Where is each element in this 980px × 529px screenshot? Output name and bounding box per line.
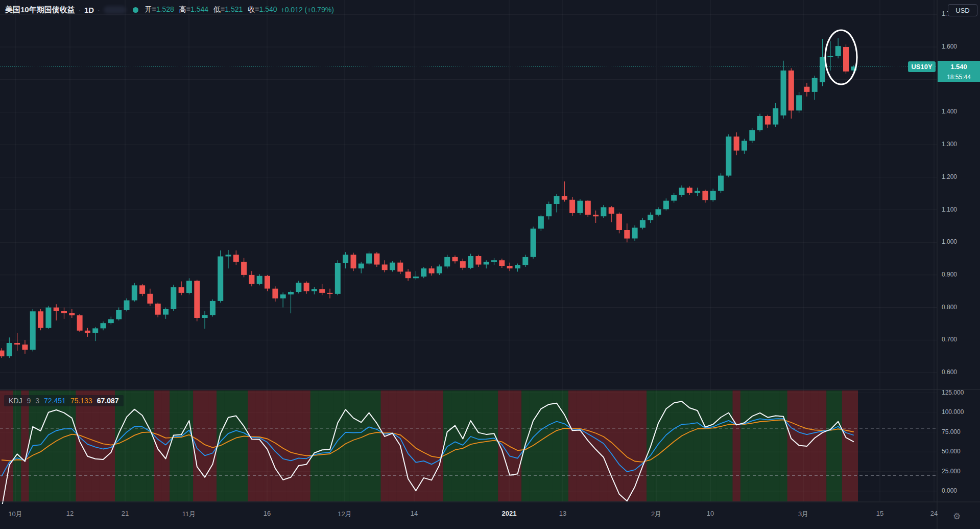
candle: [773, 108, 778, 125]
low-value: 1.521: [225, 5, 243, 13]
price-axis-label: 0.700: [942, 336, 957, 343]
candle: [742, 141, 747, 151]
timeframe-label[interactable]: 1D: [84, 6, 94, 14]
candle: [390, 263, 395, 270]
candle: [366, 254, 372, 264]
candle: [507, 266, 513, 268]
market-status-dot-icon: [133, 7, 138, 13]
candle: [515, 265, 520, 268]
candle: [85, 331, 90, 333]
candle: [147, 294, 153, 304]
candle: [702, 191, 708, 200]
kdj-axis-label: 75.000: [942, 428, 961, 435]
candle: [413, 277, 419, 278]
candle: [460, 261, 466, 268]
candle: [77, 315, 83, 331]
candle: [69, 313, 75, 315]
high-label: 高=: [179, 5, 190, 13]
kdj-axis-label: 0.000: [942, 487, 957, 494]
candle: [671, 195, 677, 201]
candle: [101, 323, 106, 328]
time-axis-label: 24: [930, 510, 938, 517]
candle: [804, 87, 809, 92]
candle: [757, 116, 763, 130]
candle: [577, 201, 583, 213]
candle: [280, 294, 286, 298]
kdj-j-value: 67.087: [97, 397, 119, 405]
ohlc-legend: 开=1.528 高=1.544 低=1.521 收=1.540: [145, 5, 277, 14]
candle: [7, 343, 12, 356]
separator: ·: [79, 6, 81, 14]
kdj-axis-label: 100.000: [942, 408, 964, 416]
candle: [484, 262, 489, 264]
price-axis-label: 1.400: [942, 108, 957, 115]
candle: [616, 214, 622, 230]
price-axis-label: 0.600: [942, 369, 957, 376]
candle: [765, 116, 771, 125]
high-value: 1.544: [190, 5, 208, 13]
bar-countdown-tag: 18:55:44: [938, 72, 980, 82]
candle: [562, 196, 567, 200]
candle: [593, 215, 599, 216]
candle: [468, 256, 473, 268]
time-axis-label: 12月: [338, 510, 351, 519]
open-value: 1.528: [156, 5, 174, 13]
candle: [734, 136, 739, 150]
time-axis-label: 2021: [502, 510, 517, 517]
symbol-title[interactable]: 美国10年期国债收益: [5, 5, 75, 15]
candle: [14, 343, 20, 344]
kdj-axis-label: 125.000: [942, 389, 964, 396]
candle: [265, 276, 270, 289]
candle: [382, 265, 388, 270]
candle: [718, 176, 724, 191]
candle: [499, 260, 505, 266]
open-label: 开=: [145, 5, 156, 13]
time-axis-label: 13: [559, 510, 566, 517]
candle: [585, 201, 591, 215]
kdj-axis-label: 50.000: [942, 448, 961, 455]
candle: [601, 207, 606, 216]
candle: [179, 287, 184, 293]
candle: [343, 255, 348, 263]
candle: [92, 328, 98, 333]
close-label: 收=: [248, 5, 259, 13]
time-axis[interactable]: 10月122111月1612月142021132月103月1524: [0, 502, 937, 529]
time-axis-label: 10: [707, 510, 714, 517]
close-value: 1.540: [259, 5, 277, 13]
kdj-axis-label: 25.000: [942, 468, 961, 475]
candle: [61, 311, 67, 313]
settings-gear-icon[interactable]: ⚙: [953, 511, 961, 522]
candle: [491, 260, 497, 262]
candle: [726, 136, 731, 175]
candle: [54, 308, 59, 311]
candle: [194, 281, 200, 318]
price-axis-label: 0.900: [942, 271, 957, 278]
candle: [429, 268, 435, 273]
time-axis-label: 15: [876, 510, 883, 517]
candle: [405, 272, 411, 279]
kdj-name: KDJ: [9, 397, 22, 405]
time-axis-label: 16: [264, 510, 271, 517]
candle: [139, 285, 145, 294]
candle: [374, 254, 379, 265]
trading-chart-window: 美国10年期国债收益 · 1D · 开=1.528 高=1.544 低=1.52…: [0, 0, 980, 529]
candle: [45, 308, 51, 328]
time-axis-label: 12: [66, 510, 74, 517]
kdj-indicator-legend[interactable]: KDJ 9 3 72.451 75.133 67.087: [4, 395, 124, 406]
candle: [827, 56, 833, 57]
candle: [319, 289, 325, 293]
price-axis-label: 1.300: [942, 141, 957, 148]
separator: ·: [98, 6, 100, 14]
candle: [210, 301, 216, 315]
candle: [437, 266, 442, 273]
chart-canvas[interactable]: [0, 0, 980, 529]
candle: [397, 263, 403, 272]
candle: [538, 216, 544, 228]
candle: [554, 196, 560, 204]
candle: [632, 228, 638, 239]
currency-button[interactable]: USD: [948, 4, 977, 16]
last-price-tag: 1.540: [938, 61, 980, 72]
candle: [843, 47, 849, 72]
price-axis-label: 0.800: [942, 304, 957, 311]
time-axis-label: 11月: [182, 510, 196, 519]
